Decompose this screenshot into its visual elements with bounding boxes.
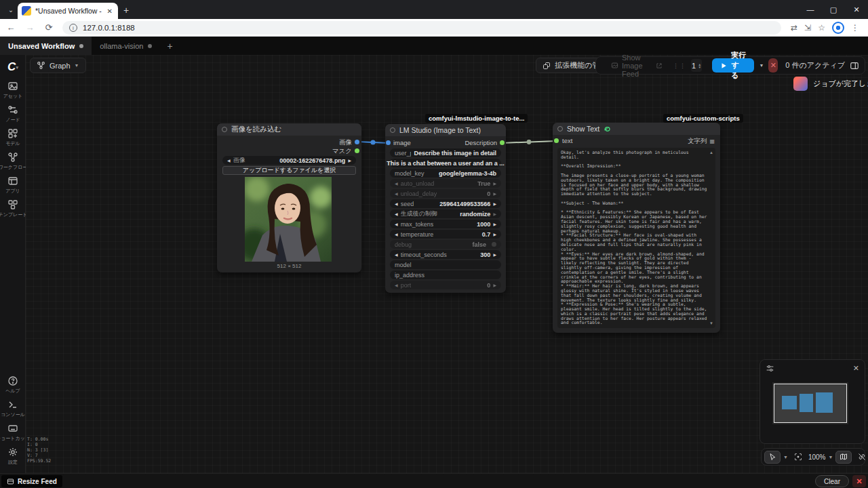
tab-search-icon[interactable]: ⌄ (5, 5, 16, 16)
image-preview[interactable] (245, 177, 332, 262)
widget-control-after-generate[interactable]: ◀ 生成後の制御 randomize ▶ (390, 209, 501, 218)
node-show-text-header[interactable]: Show Text (553, 123, 720, 135)
workflow-tab-ollama-vision[interactable]: ollama-vision (92, 37, 160, 55)
node-load-image-header[interactable]: 画像を読み込む (217, 123, 361, 136)
back-icon[interactable]: ← (3, 21, 19, 35)
forward-icon[interactable]: → (22, 21, 38, 35)
widget-model-key[interactable]: model_key google/gemma-3-4b (390, 169, 501, 178)
decrement-arrow-icon[interactable]: ◀ (395, 222, 398, 226)
new-tab-button[interactable]: + (123, 5, 129, 15)
increment-arrow-icon[interactable]: ▶ (493, 181, 496, 186)
widget-seed[interactable]: ◀ seed 259641499533566 ▶ (390, 199, 501, 208)
reload-icon[interactable]: ⟳ (41, 21, 57, 35)
node-lm-studio-header[interactable]: LM Studio (Image to Text) (385, 124, 506, 136)
widget-auto-unload[interactable]: ◀ auto_unload True ▶ (390, 179, 501, 188)
decrement-arrow-icon[interactable]: ◀ (395, 232, 398, 237)
close-feed-button[interactable]: ✕ (852, 475, 866, 487)
increment-arrow-icon[interactable]: ▶ (493, 222, 496, 226)
fit-view-button[interactable] (791, 451, 806, 464)
sidebar-item-apps[interactable]: アプリ (0, 176, 26, 195)
sidebar-item-console[interactable]: コンソール (0, 399, 26, 418)
output-slot-description[interactable] (500, 140, 505, 145)
widget-unload-delay[interactable]: ◀ unload_delay 0 ▶ (390, 189, 501, 198)
drag-handle-icon[interactable]: ⋮⋮ (673, 63, 686, 68)
toggle-links-button[interactable] (854, 451, 868, 464)
clear-feed-button[interactable]: Clear (815, 475, 849, 487)
sidebar-item-assets[interactable]: アセット (0, 81, 26, 100)
window-maximize-button[interactable]: ▢ (822, 0, 845, 19)
activity-counter[interactable]: 0 件のアクティブ (785, 60, 845, 70)
sidebar-item-workflows[interactable]: ワークフロー (0, 152, 26, 171)
show-image-feed-button[interactable]: Show Image Feed (611, 54, 663, 78)
resize-feed-button[interactable]: Resize Feed (1, 475, 62, 487)
stepper-arrows[interactable]: ▲▼ (698, 63, 701, 68)
tab-close-icon[interactable]: ✕ (106, 7, 114, 15)
minimap-panel[interactable]: ✕ (760, 359, 865, 444)
sidebar-item-shortcuts[interactable]: ショートカット (0, 423, 26, 442)
increment-arrow-icon[interactable]: ▶ (493, 191, 496, 196)
collapse-dot-icon[interactable] (222, 127, 227, 132)
sidebar-item-settings[interactable]: 設定 (0, 447, 26, 466)
decrement-arrow-icon[interactable]: ◀ (395, 211, 398, 216)
bookmark-star-icon[interactable]: ☆ (818, 23, 825, 33)
run-button[interactable]: 実行する (712, 58, 754, 73)
input-slot-image[interactable] (386, 140, 391, 145)
increment-arrow-icon[interactable]: ▶ (493, 201, 496, 206)
job-notification[interactable]: ジョブが完了しました (793, 77, 868, 91)
sidebar-item-nodes[interactable]: ノード (0, 104, 26, 123)
node-load-image[interactable]: 画像を読み込む 画像 マスク ◀ 画像 00002-1622676478.png… (217, 123, 361, 272)
tool-options-chevron-icon[interactable]: ▼ (783, 455, 788, 460)
node-show-text[interactable]: Show Text text 文字列 ▦ Okay, let's analyze… (553, 123, 720, 333)
widget-max-tokens[interactable]: ◀ max_tokens 1000 ▶ (390, 220, 501, 228)
toggle-knob-icon[interactable] (492, 242, 496, 247)
widget-debug[interactable]: debug false (390, 240, 501, 249)
site-info-icon[interactable]: i (69, 24, 77, 32)
sidebar-item-help[interactable]: ヘルプ (0, 375, 26, 394)
browser-menu-icon[interactable]: ⋮ (851, 23, 859, 33)
decrement-arrow-icon[interactable]: ◀ (395, 283, 398, 287)
increment-arrow-icon[interactable]: ▶ (493, 211, 496, 216)
widget-temperature[interactable]: ◀ temperature 0.7 ▶ (390, 230, 501, 239)
sidebar-item-models[interactable]: モデル (0, 128, 26, 147)
combo-prev-arrow-icon[interactable]: ◀ (227, 158, 231, 163)
batch-count-input[interactable]: 1 ▲▼ (691, 59, 702, 72)
widget-timeout-seconds[interactable]: ◀ timeout_seconds 300 ▶ (390, 250, 501, 259)
install-icon[interactable]: ⇲ (804, 23, 811, 33)
translate-icon[interactable]: ⇄ (791, 23, 797, 33)
decrement-arrow-icon[interactable]: ◀ (395, 191, 398, 196)
output-slot-mask[interactable] (355, 148, 359, 153)
image-combo-widget[interactable]: ◀ 画像 00002-1622676478.png ▶ (222, 156, 356, 165)
increment-arrow-icon[interactable]: ▶ (493, 252, 496, 257)
window-minimize-button[interactable]: — (799, 0, 822, 19)
minimap-map[interactable] (772, 382, 848, 424)
run-options-chevron-icon[interactable]: ▼ (759, 63, 764, 68)
toggle-panel-icon[interactable] (850, 61, 859, 70)
widget-user-prompt[interactable]: user_pro ... Describe this image in deta… (390, 148, 501, 157)
node-lm-studio[interactable]: LM Studio (Image to Text) image Descript… (385, 124, 506, 293)
browser-tab[interactable]: *Unsaved Workflow - ComfyUI ✕ (18, 3, 118, 19)
url-omnibox[interactable]: i 127.0.0.1:8188 (62, 21, 781, 35)
collapse-dot-icon[interactable] (390, 127, 395, 133)
scroll-down-icon[interactable]: ▼ (709, 321, 713, 325)
increment-arrow-icon[interactable]: ▶ (493, 283, 496, 287)
output-slot-image[interactable] (355, 140, 359, 144)
decrement-arrow-icon[interactable]: ◀ (395, 201, 398, 206)
collapse-dot-icon[interactable] (557, 126, 563, 131)
widget-port[interactable]: ◀ port 0 ▶ (390, 281, 501, 289)
widget-model[interactable]: model (390, 260, 501, 269)
widget-ip-address[interactable]: ip_address (390, 270, 501, 279)
workflow-tab-unsaved[interactable]: Unsaved Workflow (0, 37, 92, 55)
increment-arrow-icon[interactable]: ▶ (493, 232, 496, 237)
decrement-arrow-icon[interactable]: ◀ (395, 252, 398, 257)
cursor-tool-button[interactable] (764, 451, 781, 464)
widget-system-prompt[interactable]: This is a chat between a user and an a .… (390, 159, 501, 167)
zoom-level[interactable]: 100% ▼ (808, 453, 833, 461)
decrement-arrow-icon[interactable]: ◀ (395, 181, 398, 186)
minimap-toggle-button[interactable] (835, 451, 852, 464)
show-text-content[interactable]: Okay, let's analyze this photograph in m… (557, 148, 715, 328)
input-slot-text[interactable] (554, 138, 559, 143)
graph-dropdown[interactable]: Graph ▼ (30, 58, 86, 73)
scroll-up-icon[interactable]: ▲ (709, 150, 713, 155)
stop-button[interactable]: ✕ (768, 58, 778, 73)
minimap-settings-icon[interactable] (766, 364, 774, 373)
